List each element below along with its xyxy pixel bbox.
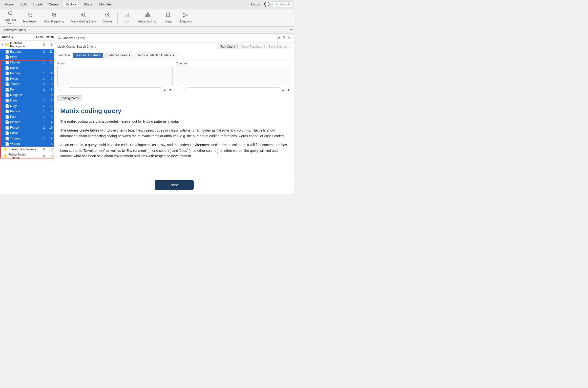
twitter-group-header[interactable]: › 📁 Twitter Users (Userna... 0 0 (0, 152, 54, 160)
cols-input-box[interactable] (176, 66, 291, 86)
coding-matrix-tab[interactable]: Coding Matrix (57, 95, 82, 101)
group-survey-respondents: › 📁 Survey Respondents 0 0 (0, 146, 54, 152)
save-results-button[interactable]: Save Results... (239, 44, 265, 49)
menu-home[interactable]: Home (2, 1, 17, 7)
svg-text:▼: ▼ (107, 14, 108, 16)
toolbar-word-frequency[interactable]: Word Frequency (41, 10, 67, 26)
menu-icon[interactable]: ≡ (290, 28, 292, 32)
toolbar-text-search-label: Text Search (23, 20, 37, 23)
share-button[interactable]: ⇗ (276, 35, 281, 41)
files-externals-button[interactable]: Files and Externals (73, 52, 103, 58)
menu-create[interactable]: Create (46, 1, 61, 7)
menu-explore[interactable]: Explore (62, 1, 80, 7)
search-box[interactable]: 🔍 Search (272, 1, 292, 7)
toolbar-diagrams[interactable]: ▼ Diagrams (177, 10, 195, 26)
selected-items-dropdown[interactable]: Selected Items ▼ (105, 52, 133, 58)
folder-icon: 📄 (5, 60, 9, 64)
expand-button[interactable]: ⤡ (287, 35, 291, 41)
toolbar-chart[interactable]: Chart (120, 10, 134, 26)
cols-column: Columns: + − ▲ ▼ (176, 62, 291, 92)
folder-icon: 📄 (5, 93, 9, 97)
help-para-3: As an example, a query could have the co… (60, 142, 288, 159)
folder-icon: 📁 (3, 147, 7, 151)
cols-remove-button[interactable]: − (181, 87, 186, 92)
help-button[interactable]: ? (282, 35, 285, 41)
cols-down-button[interactable]: ▼ (286, 87, 291, 92)
folder-icon: 📄 (5, 55, 9, 59)
list-item[interactable]: 📄 Dorothy 1 16 (0, 71, 54, 76)
tab-unsaved-query[interactable]: Unsaved Query (2, 28, 28, 32)
query-header: Unsaved Query ⇗ ? ⤡ (54, 34, 294, 43)
save-criteria-button[interactable]: Save Criteria... (266, 44, 291, 49)
run-query-button[interactable]: Run Query (218, 44, 238, 49)
menu-import[interactable]: Import (30, 1, 45, 7)
svg-point-31 (184, 13, 185, 14)
help-para-1: The matrix coding query is a powerful, f… (60, 119, 288, 124)
group-label: Survey Respondents (8, 147, 37, 151)
survey-group-header[interactable]: › 📁 Survey Respondents 0 0 (0, 146, 54, 152)
rows-down-button[interactable]: ▼ (168, 87, 173, 92)
list-item[interactable]: 📄 Ken 1 6 (0, 87, 54, 92)
cols-add-button[interactable]: + (176, 87, 181, 92)
hierarchy-chart-icon: ▼ (145, 12, 150, 19)
menu-edit[interactable]: Edit (18, 1, 29, 7)
svg-point-32 (187, 13, 188, 14)
login-link[interactable]: Log In (251, 2, 260, 6)
toolbar-matrix-coding[interactable]: Matrix Coding Query (68, 10, 99, 26)
toolbar-hierarchy-chart[interactable]: ▼ Hierarchy Chart (135, 10, 160, 26)
folder-icon: 📄 (5, 82, 9, 86)
group-refs-count: 0 (46, 43, 53, 47)
separator1 (117, 12, 118, 24)
toolbar-maps-label: Maps (165, 20, 172, 23)
chat-icon[interactable]: 💬 (264, 2, 269, 7)
list-item[interactable]: 📄 Paul 1 1 (0, 114, 54, 120)
list-item[interactable]: 📄 Margaret 1 10 (0, 92, 54, 98)
rows-up-button[interactable]: ▲ (162, 87, 167, 92)
list-item[interactable]: 📄 Mary 2 12 (0, 103, 54, 109)
list-item[interactable]: 📄 Richard 1 4 (0, 120, 54, 125)
chevron-down-icon: ▼ (1, 44, 4, 46)
list-item[interactable]: 📄 William 1 8 (0, 141, 54, 146)
word-frequency-icon (51, 12, 57, 19)
menu-modules[interactable]: Modules (96, 1, 114, 7)
chevron-right-icon: › (1, 155, 2, 158)
search-placeholder: Search (280, 2, 290, 6)
group-interview-header[interactable]: ▼ 📁 Interview Participants 0 0 (0, 41, 54, 49)
list-item[interactable]: 📄 Patricia 1 9 (0, 109, 54, 114)
list-item[interactable]: 📄 Betty 1 1 (0, 54, 54, 60)
toolbar-text-search[interactable]: Text Search (20, 10, 40, 26)
folder-icon: 📄 (5, 98, 9, 102)
toolbar-maps[interactable]: ▼ Maps (161, 10, 176, 26)
folder-icon: 📄 (5, 109, 9, 113)
criteria-bar: Matrix Coding Search Criteria Run Query … (54, 43, 294, 51)
svg-line-7 (84, 16, 86, 17)
menu-share[interactable]: Share (81, 1, 95, 7)
group-files-count: 0 (38, 147, 45, 151)
list-item[interactable]: 📄 Susan 1 8 (0, 130, 54, 136)
group-label: Twitter Users (Userna... (8, 153, 37, 160)
svg-point-33 (184, 16, 185, 17)
toolbar-last-run-query[interactable]: Last Run Query (2, 10, 19, 26)
close-button[interactable]: Close (155, 180, 194, 190)
toolbar-matrix-label: Matrix Coding Query (71, 20, 96, 23)
list-item[interactable]: 📄 Thomas 1 8 (0, 136, 54, 141)
rows-input-box[interactable]: → (57, 66, 173, 86)
svg-rect-9 (82, 15, 83, 16)
list-item[interactable]: 📄 Charles 1 13 (0, 60, 54, 65)
svg-rect-14 (127, 14, 128, 17)
list-item[interactable]: 📄 Barbara 2 21 (0, 49, 54, 54)
items-in-folders-dropdown[interactable]: Items in Selected Folders ▼ (135, 52, 177, 58)
svg-rect-17 (145, 16, 147, 17)
svg-line-39 (60, 38, 61, 39)
queries-icon: ▼ (105, 12, 110, 19)
cols-up-button[interactable]: ▲ (281, 87, 286, 92)
toolbar-queries[interactable]: ▼ Queries (100, 10, 115, 26)
maps-icon: ▼ (166, 12, 171, 19)
rows-add-button[interactable]: + (57, 87, 62, 92)
list-item[interactable]: 📄 Daniel 1 11 (0, 65, 54, 71)
list-item[interactable]: 📄 Helen 1 7 (0, 76, 54, 81)
list-item[interactable]: 📄 James 2 13 (0, 81, 54, 87)
rows-remove-button[interactable]: − (63, 87, 68, 92)
list-item[interactable]: 📄 Maria 1 8 (0, 98, 54, 103)
list-item[interactable]: 📄 Robert 2 19 (0, 125, 54, 130)
